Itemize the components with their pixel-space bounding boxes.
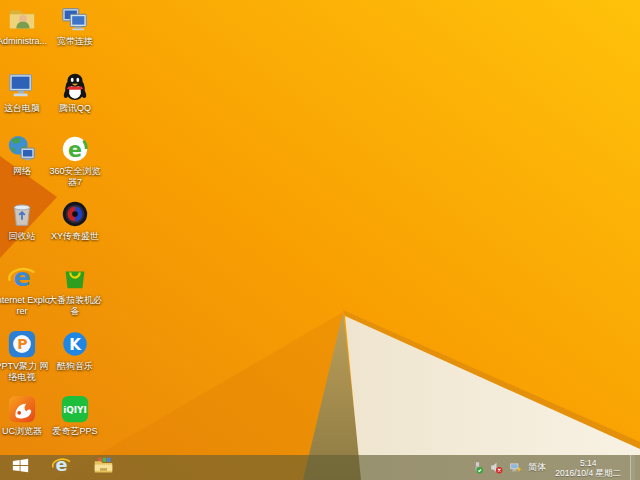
uc-browser-icon [5, 394, 39, 424]
360-safe-browser-icon: e [58, 134, 92, 164]
language-indicator[interactable]: 简体 [528, 461, 546, 474]
internet-explorer-icon: e [5, 263, 39, 293]
desktop-icon-xy-chuanqi-shengshi[interactable]: XY传奇盛世 [46, 199, 104, 242]
desktop-icon-da-fanqie-zhuangji[interactable]: 大番茄装机必备 [46, 263, 104, 317]
network-icon [5, 134, 39, 164]
file-explorer-icon [93, 455, 114, 480]
svg-text:e: e [13, 263, 30, 292]
clock-date: 2016/10/4 星期二 [555, 468, 621, 478]
desktop-icon-label: 回收站 [9, 231, 36, 242]
usb-safely-remove-icon[interactable] [471, 461, 484, 474]
desktop-icon-label: 宽带连接 [57, 36, 93, 47]
this-pc-icon [5, 71, 39, 101]
taskbar-internet-explorer-button[interactable]: e [40, 455, 82, 480]
desktop-icon-uc-browser[interactable]: UC浏览器 [0, 394, 51, 437]
desktop-icon-internet-explorer[interactable]: e Internet Explorer [0, 263, 51, 317]
desktop-icon-tencent-qq[interactable]: 腾讯QQ [46, 71, 104, 114]
desktop-icon-iqiyi-pps[interactable]: iQIYI 爱奇艺PPS [46, 394, 104, 437]
iqiyi-pps-icon: iQIYI [58, 394, 92, 424]
desktop-icon-label: XY传奇盛世 [51, 231, 99, 242]
taskbar: e 简体 5:14 2016/10/4 星期二 [0, 455, 640, 480]
desktop-icon-label: PPTV聚力 网络电视 [0, 361, 51, 383]
desktop-icon-360-safe-browser[interactable]: e 360安全浏览器7 [46, 134, 104, 188]
recycle-bin-icon [5, 199, 39, 229]
start-button[interactable] [0, 455, 40, 480]
svg-text:P: P [17, 336, 27, 352]
internet-explorer-icon: e [51, 455, 72, 480]
desktop-icon-label: 腾讯QQ [59, 103, 91, 114]
show-desktop-button[interactable] [630, 455, 635, 480]
desktop-icon-label: Internet Explorer [0, 295, 51, 317]
desktop-icon-label: 大番茄装机必备 [46, 295, 104, 317]
desktop-icon-label: UC浏览器 [2, 426, 42, 437]
taskbar-clock[interactable]: 5:14 2016/10/4 星期二 [552, 458, 624, 478]
tencent-qq-icon [58, 71, 92, 101]
desktop-icon-network[interactable]: 网络 [0, 134, 51, 177]
broadband-connection-icon [58, 4, 92, 34]
desktop-icon-label: 爱奇艺PPS [52, 426, 97, 437]
pptv-icon: P [5, 329, 39, 359]
system-tray: 简体 5:14 2016/10/4 星期二 [471, 455, 640, 480]
xy-chuanqi-shengshi-icon [58, 199, 92, 229]
desktop-icon-administrator-folder[interactable]: Administra... [0, 4, 51, 47]
svg-text:iQIYI: iQIYI [63, 405, 87, 415]
desktop-icon-label: Administra... [0, 36, 47, 47]
windows-logo-icon [12, 457, 29, 478]
desktop-icon-pptv[interactable]: P PPTV聚力 网络电视 [0, 329, 51, 383]
desktop-icon-label: 这台电脑 [4, 103, 40, 114]
da-fanqie-zhuangji-icon [58, 263, 92, 293]
desktop: Administra... 宽带连接 这台电脑 腾讯QQ 网络 e 360安全浏… [0, 0, 640, 455]
desktop-icon-kugou-music[interactable]: K 酷狗音乐 [46, 329, 104, 372]
desktop-icon-recycle-bin[interactable]: 回收站 [0, 199, 51, 242]
kugou-music-icon: K [58, 329, 92, 359]
desktop-icon-this-pc[interactable]: 这台电脑 [0, 71, 51, 114]
taskbar-file-explorer-button[interactable] [82, 455, 124, 480]
volume-muted-icon[interactable] [490, 461, 503, 474]
desktop-icon-broadband-connection[interactable]: 宽带连接 [46, 4, 104, 47]
network-warning-icon[interactable] [509, 461, 522, 474]
clock-time: 5:14 [580, 458, 597, 468]
desktop-icon-label: 酷狗音乐 [57, 361, 93, 372]
desktop-icon-label: 360安全浏览器7 [46, 166, 104, 188]
svg-text:e: e [68, 138, 82, 162]
svg-text:K: K [69, 336, 82, 354]
desktop-icon-label: 网络 [13, 166, 31, 177]
administrator-folder-icon [5, 4, 39, 34]
